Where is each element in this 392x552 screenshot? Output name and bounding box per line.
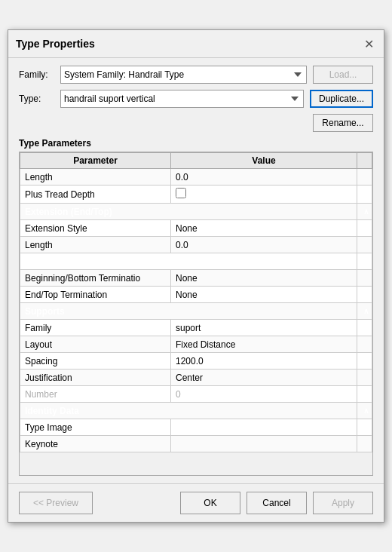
table-row: JustificationCenter xyxy=(20,370,372,386)
param-value-cell: Center xyxy=(171,370,357,386)
table-row: Extension StyleNone xyxy=(20,220,372,237)
table-row: Length0.0 xyxy=(20,169,372,186)
collapse-cell[interactable]: ∧ xyxy=(357,303,372,320)
param-name-cell: Beginning/Bottom Terminatio xyxy=(20,270,171,287)
param-name-cell: Spacing xyxy=(20,353,171,370)
param-value-cell[interactable] xyxy=(171,186,357,204)
preview-button[interactable]: << Preview xyxy=(19,492,93,514)
dialog-footer: << Preview OK Cancel Apply xyxy=(8,483,384,522)
param-name-cell: Layout xyxy=(20,336,171,353)
param-checkbox[interactable] xyxy=(176,188,186,198)
cancel-button[interactable]: Cancel xyxy=(247,492,307,514)
table-row: Type Image xyxy=(20,419,372,436)
type-parameters-label: Type Parameters xyxy=(19,138,373,149)
family-label: Family: xyxy=(19,69,60,80)
param-value-cell: None xyxy=(171,270,357,287)
group-header-label: Extension (End/Top) xyxy=(20,204,357,220)
collapse-cell[interactable]: ∧ xyxy=(357,253,372,270)
table-row: End/Top TerminationNone xyxy=(20,287,372,303)
family-select[interactable]: System Family: Handrail Type xyxy=(60,66,307,84)
param-action-cell xyxy=(357,186,372,204)
duplicate-button[interactable]: Duplicate... xyxy=(310,90,373,108)
table-row: Supports∧ xyxy=(20,303,372,320)
type-row: Type: handrail suport vertical Duplicate… xyxy=(19,90,373,108)
family-row: Family: System Family: Handrail Type Loa… xyxy=(19,66,373,84)
col-btn-header xyxy=(357,153,372,169)
param-name-cell: Family xyxy=(20,320,171,336)
param-action-cell xyxy=(357,320,372,336)
group-header-label: Identity Data xyxy=(20,403,357,419)
collapse-cell[interactable]: ∧ xyxy=(357,403,372,419)
dialog-content: Family: System Family: Handrail Type Loa… xyxy=(8,58,384,483)
ok-button[interactable]: OK xyxy=(180,492,240,514)
param-name-cell: End/Top Termination xyxy=(20,287,171,303)
param-action-cell xyxy=(357,370,372,386)
param-action-cell xyxy=(357,386,372,403)
footer-right: OK Cancel Apply xyxy=(180,492,373,514)
dialog-title: Type Properties xyxy=(16,38,95,50)
table-scroll[interactable]: Parameter Value Length0.0Plus Tread Dept… xyxy=(20,152,372,475)
param-name-cell: Length xyxy=(20,237,171,253)
param-value-cell: 1200.0 xyxy=(171,353,357,370)
param-name-cell: Type Image xyxy=(20,419,171,436)
table-row: Spacing1200.0 xyxy=(20,353,372,370)
param-value-cell: 0.0 xyxy=(171,169,357,186)
table-row: Familysuport xyxy=(20,320,372,336)
param-name-cell: Extension Style xyxy=(20,220,171,237)
param-action-cell xyxy=(357,436,372,452)
table-row: Length0.0 xyxy=(20,237,372,253)
param-value-cell: None xyxy=(171,287,357,303)
param-value-cell: suport xyxy=(171,320,357,336)
param-name-cell: Keynote xyxy=(20,436,171,452)
table-row: Keynote xyxy=(20,436,372,452)
type-properties-dialog: Type Properties ✕ Family: System Family:… xyxy=(8,29,384,523)
param-value-cell: 0.0 xyxy=(171,237,357,253)
rename-button[interactable]: Rename... xyxy=(313,114,373,132)
param-action-cell xyxy=(357,336,372,353)
group-header-label: Supports xyxy=(20,303,357,320)
param-action-cell xyxy=(357,287,372,303)
load-button[interactable]: Load... xyxy=(313,66,373,84)
type-select[interactable]: handrail suport vertical xyxy=(60,90,304,108)
table-row: Identity Data∧ xyxy=(20,403,372,419)
param-action-cell xyxy=(357,353,372,370)
param-value-cell: None xyxy=(171,220,357,237)
type-label: Type: xyxy=(19,94,60,104)
group-header-label: Terminations xyxy=(20,253,357,270)
table-row: Extension (End/Top)∧ xyxy=(20,204,372,220)
col-param-header: Parameter xyxy=(20,153,171,169)
table-row: Terminations∧ xyxy=(20,253,372,270)
close-button[interactable]: ✕ xyxy=(361,36,376,51)
param-name-cell: Number xyxy=(20,386,171,403)
param-action-cell xyxy=(357,169,372,186)
footer-left: << Preview xyxy=(19,492,93,514)
collapse-cell[interactable]: ∧ xyxy=(357,204,372,220)
param-value-cell: Fixed Distance xyxy=(171,336,357,353)
title-bar: Type Properties ✕ xyxy=(8,30,384,58)
param-action-cell xyxy=(357,220,372,237)
param-name-cell: Plus Tread Depth xyxy=(20,186,171,204)
param-action-cell xyxy=(357,419,372,436)
parameters-table-container: Parameter Value Length0.0Plus Tread Dept… xyxy=(19,152,373,476)
table-row: Beginning/Bottom TerminatioNone xyxy=(20,270,372,287)
apply-button[interactable]: Apply xyxy=(313,492,373,514)
param-name-cell: Justification xyxy=(20,370,171,386)
rename-row: Rename... xyxy=(19,114,373,132)
param-value-cell xyxy=(171,436,357,452)
param-action-cell xyxy=(357,270,372,287)
table-row: Number0 xyxy=(20,386,372,403)
param-action-cell xyxy=(357,237,372,253)
table-row: LayoutFixed Distance xyxy=(20,336,372,353)
param-value-cell xyxy=(171,419,357,436)
table-row: Plus Tread Depth xyxy=(20,186,372,204)
col-value-header: Value xyxy=(171,153,357,169)
param-value-cell: 0 xyxy=(171,386,357,403)
param-name-cell: Length xyxy=(20,169,171,186)
parameters-table: Parameter Value Length0.0Plus Tread Dept… xyxy=(20,152,372,452)
